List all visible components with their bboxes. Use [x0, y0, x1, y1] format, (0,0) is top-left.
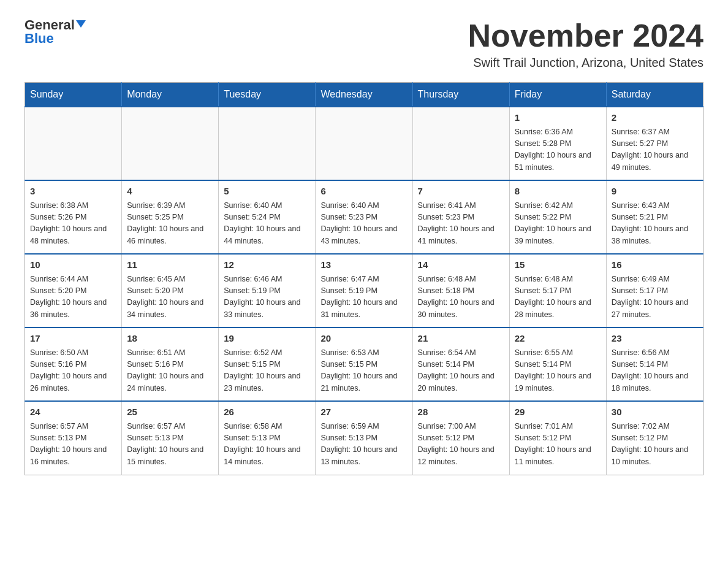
calendar-cell: 25Sunrise: 6:57 AMSunset: 5:13 PMDayligh… — [122, 401, 219, 475]
day-number: 8 — [515, 185, 601, 199]
day-number: 21 — [418, 332, 504, 346]
month-title: November 2024 — [468, 18, 703, 53]
day-number: 26 — [224, 405, 310, 419]
day-number: 4 — [127, 185, 213, 199]
day-number: 9 — [612, 185, 698, 199]
day-info: Sunrise: 6:56 AMSunset: 5:14 PMDaylight:… — [612, 347, 698, 395]
day-info: Sunrise: 6:40 AMSunset: 5:23 PMDaylight:… — [320, 200, 407, 248]
day-number: 18 — [127, 332, 213, 346]
logo-line1: General — [25, 18, 86, 32]
weekday-header-saturday: Saturday — [606, 83, 703, 107]
day-number: 17 — [30, 332, 116, 346]
page-header: General Blue November 2024 Swift Trail J… — [25, 18, 703, 70]
day-info: Sunrise: 6:46 AMSunset: 5:19 PMDaylight:… — [224, 274, 310, 321]
calendar-cell: 3Sunrise: 6:38 AMSunset: 5:26 PMDaylight… — [25, 180, 122, 254]
weekday-header-tuesday: Tuesday — [219, 83, 316, 107]
day-number: 30 — [612, 405, 698, 419]
calendar-cell: 2Sunrise: 6:37 AMSunset: 5:27 PMDaylight… — [606, 107, 703, 180]
day-info: Sunrise: 6:58 AMSunset: 5:13 PMDaylight:… — [224, 421, 310, 469]
weekday-header-row: SundayMondayTuesdayWednesdayThursdayFrid… — [25, 83, 703, 107]
day-number: 29 — [515, 405, 601, 419]
day-info: Sunrise: 6:57 AMSunset: 5:13 PMDaylight:… — [127, 421, 213, 469]
calendar-cell — [25, 107, 122, 180]
day-info: Sunrise: 6:36 AMSunset: 5:28 PMDaylight:… — [515, 126, 601, 174]
day-info: Sunrise: 6:38 AMSunset: 5:26 PMDaylight:… — [30, 200, 116, 248]
weekday-header-friday: Friday — [509, 83, 606, 107]
day-info: Sunrise: 6:54 AMSunset: 5:14 PMDaylight:… — [418, 347, 504, 395]
day-number: 3 — [30, 185, 116, 199]
calendar-cell: 10Sunrise: 6:44 AMSunset: 5:20 PMDayligh… — [25, 254, 122, 327]
calendar-cell — [122, 107, 219, 180]
logo-line2: Blue — [25, 32, 54, 45]
day-number: 23 — [612, 332, 698, 346]
calendar-cell: 12Sunrise: 6:46 AMSunset: 5:19 PMDayligh… — [219, 254, 316, 327]
calendar-cell: 8Sunrise: 6:42 AMSunset: 5:22 PMDaylight… — [509, 180, 606, 254]
calendar-cell: 30Sunrise: 7:02 AMSunset: 5:12 PMDayligh… — [606, 401, 703, 475]
weekday-header-sunday: Sunday — [25, 83, 122, 107]
calendar-cell — [316, 107, 412, 180]
day-info: Sunrise: 6:48 AMSunset: 5:17 PMDaylight:… — [515, 274, 601, 321]
calendar-cell — [412, 107, 509, 180]
day-info: Sunrise: 6:44 AMSunset: 5:20 PMDaylight:… — [30, 274, 116, 321]
calendar-cell: 17Sunrise: 6:50 AMSunset: 5:16 PMDayligh… — [25, 327, 122, 401]
day-number: 6 — [320, 185, 407, 199]
day-info: Sunrise: 6:52 AMSunset: 5:15 PMDaylight:… — [224, 347, 310, 395]
location-title: Swift Trail Junction, Arizona, United St… — [468, 56, 703, 70]
calendar-cell: 4Sunrise: 6:39 AMSunset: 5:25 PMDaylight… — [122, 180, 219, 254]
day-info: Sunrise: 6:57 AMSunset: 5:13 PMDaylight:… — [30, 421, 116, 469]
day-info: Sunrise: 6:55 AMSunset: 5:14 PMDaylight:… — [515, 347, 601, 395]
calendar-table: SundayMondayTuesdayWednesdayThursdayFrid… — [25, 82, 703, 475]
calendar-cell: 20Sunrise: 6:53 AMSunset: 5:15 PMDayligh… — [316, 327, 412, 401]
calendar-cell: 26Sunrise: 6:58 AMSunset: 5:13 PMDayligh… — [219, 401, 316, 475]
calendar-cell: 16Sunrise: 6:49 AMSunset: 5:17 PMDayligh… — [606, 254, 703, 327]
day-number: 12 — [224, 258, 310, 272]
day-info: Sunrise: 6:41 AMSunset: 5:23 PMDaylight:… — [418, 200, 504, 248]
day-number: 2 — [612, 111, 698, 125]
calendar-cell: 24Sunrise: 6:57 AMSunset: 5:13 PMDayligh… — [25, 401, 122, 475]
calendar-cell: 11Sunrise: 6:45 AMSunset: 5:20 PMDayligh… — [122, 254, 219, 327]
day-info: Sunrise: 7:00 AMSunset: 5:12 PMDaylight:… — [418, 421, 504, 469]
day-number: 25 — [127, 405, 213, 419]
day-number: 11 — [127, 258, 213, 272]
calendar-cell — [219, 107, 316, 180]
day-number: 28 — [418, 405, 504, 419]
calendar-cell: 9Sunrise: 6:43 AMSunset: 5:21 PMDaylight… — [606, 180, 703, 254]
day-number: 20 — [320, 332, 407, 346]
week-row-2: 3Sunrise: 6:38 AMSunset: 5:26 PMDaylight… — [25, 180, 703, 254]
day-info: Sunrise: 6:59 AMSunset: 5:13 PMDaylight:… — [320, 421, 407, 469]
day-number: 22 — [515, 332, 601, 346]
day-info: Sunrise: 6:53 AMSunset: 5:15 PMDaylight:… — [320, 347, 407, 395]
day-info: Sunrise: 6:48 AMSunset: 5:18 PMDaylight:… — [418, 274, 504, 321]
day-number: 19 — [224, 332, 310, 346]
calendar-cell: 15Sunrise: 6:48 AMSunset: 5:17 PMDayligh… — [509, 254, 606, 327]
week-row-4: 17Sunrise: 6:50 AMSunset: 5:16 PMDayligh… — [25, 327, 703, 401]
day-number: 24 — [30, 405, 116, 419]
calendar-cell: 23Sunrise: 6:56 AMSunset: 5:14 PMDayligh… — [606, 327, 703, 401]
day-number: 5 — [224, 185, 310, 199]
calendar-cell: 28Sunrise: 7:00 AMSunset: 5:12 PMDayligh… — [412, 401, 509, 475]
day-number: 7 — [418, 185, 504, 199]
calendar-cell: 21Sunrise: 6:54 AMSunset: 5:14 PMDayligh… — [412, 327, 509, 401]
day-number: 27 — [320, 405, 407, 419]
calendar-cell: 6Sunrise: 6:40 AMSunset: 5:23 PMDaylight… — [316, 180, 412, 254]
calendar-cell: 14Sunrise: 6:48 AMSunset: 5:18 PMDayligh… — [412, 254, 509, 327]
calendar-cell: 7Sunrise: 6:41 AMSunset: 5:23 PMDaylight… — [412, 180, 509, 254]
day-info: Sunrise: 6:39 AMSunset: 5:25 PMDaylight:… — [127, 200, 213, 248]
week-row-1: 1Sunrise: 6:36 AMSunset: 5:28 PMDaylight… — [25, 107, 703, 180]
day-info: Sunrise: 6:40 AMSunset: 5:24 PMDaylight:… — [224, 200, 310, 248]
day-info: Sunrise: 7:01 AMSunset: 5:12 PMDaylight:… — [515, 421, 601, 469]
day-info: Sunrise: 6:51 AMSunset: 5:16 PMDaylight:… — [127, 347, 213, 395]
day-number: 15 — [515, 258, 601, 272]
calendar-cell: 27Sunrise: 6:59 AMSunset: 5:13 PMDayligh… — [316, 401, 412, 475]
day-number: 14 — [418, 258, 504, 272]
day-info: Sunrise: 6:50 AMSunset: 5:16 PMDaylight:… — [30, 347, 116, 395]
calendar-cell: 5Sunrise: 6:40 AMSunset: 5:24 PMDaylight… — [219, 180, 316, 254]
day-info: Sunrise: 6:49 AMSunset: 5:17 PMDaylight:… — [612, 274, 698, 321]
title-area: November 2024 Swift Trail Junction, Ariz… — [468, 18, 703, 70]
day-info: Sunrise: 7:02 AMSunset: 5:12 PMDaylight:… — [612, 421, 698, 469]
weekday-header-monday: Monday — [122, 83, 219, 107]
logo: General Blue — [25, 18, 86, 45]
week-row-3: 10Sunrise: 6:44 AMSunset: 5:20 PMDayligh… — [25, 254, 703, 327]
day-number: 16 — [612, 258, 698, 272]
calendar-cell: 18Sunrise: 6:51 AMSunset: 5:16 PMDayligh… — [122, 327, 219, 401]
